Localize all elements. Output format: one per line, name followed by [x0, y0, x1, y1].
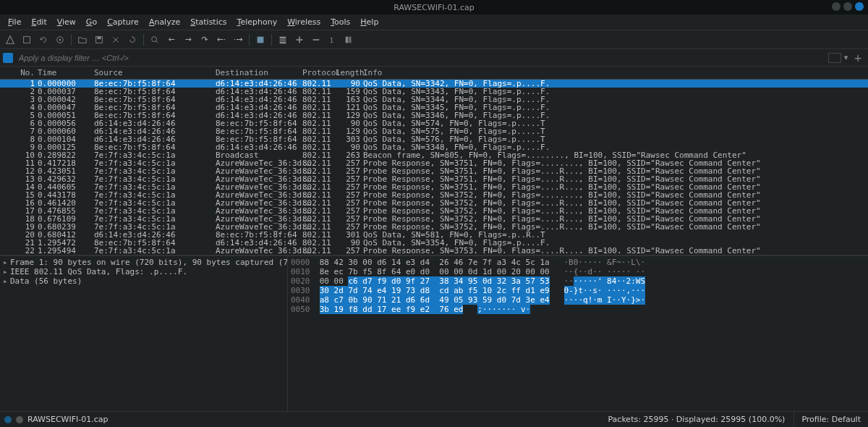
svg-point-2: [59, 38, 61, 41]
menu-go[interactable]: Go: [81, 16, 102, 28]
hex-row[interactable]: 0010 8e ec 7b f5 8f 64 e0 d0 00 00 0d 1d…: [291, 267, 865, 276]
filter-input[interactable]: [16, 52, 828, 64]
status-file: RAWSECWIFI-01.cap: [27, 415, 109, 424]
autoscroll-icon[interactable]: [253, 33, 268, 47]
close-file-icon[interactable]: [109, 33, 123, 47]
window-title: RAWSECWIFI-01.cap: [393, 3, 475, 12]
colorize-icon[interactable]: [276, 33, 290, 47]
column-time[interactable]: Time: [38, 68, 94, 77]
toolbar: ← → ↷ ←· ·→ 1: [0, 30, 868, 49]
details-pane: ▸Frame 1: 90 bytes on wire (720 bits), 9…: [0, 256, 868, 414]
column-protocol[interactable]: Protocol: [302, 68, 336, 77]
table-row[interactable]: 221.2954947e:7f:a3:4c:5c:1aAzureWaveTec_…: [0, 247, 868, 253]
reload-icon[interactable]: [125, 33, 140, 47]
menu-view[interactable]: View: [52, 16, 81, 28]
svg-rect-14: [346, 36, 349, 43]
hex-row[interactable]: 0050 3b 19 f8 dd 17 ee f9 e2 76 ed ;····…: [291, 305, 865, 314]
column-length[interactable]: Length: [336, 68, 363, 77]
bookmark-icon[interactable]: [3, 53, 13, 63]
svg-rect-8: [280, 39, 286, 41]
menu-telephony[interactable]: Telephony: [232, 16, 283, 28]
svg-rect-6: [258, 36, 264, 43]
capture-options-icon[interactable]: [53, 33, 67, 47]
resize-columns-icon[interactable]: [342, 33, 357, 47]
svg-point-5: [152, 36, 157, 41]
find-icon[interactable]: [148, 33, 162, 47]
packet-list: No. Time Source Destination Protocol Len…: [0, 67, 868, 255]
menu-file[interactable]: File: [3, 16, 26, 28]
menu-help[interactable]: Help: [355, 16, 383, 28]
hex-row[interactable]: 0000 88 42 30 00 d6 14 e3 d4 26 46 7e 7f…: [291, 258, 865, 267]
go-to-icon[interactable]: ↷: [197, 33, 212, 47]
zoom-in-icon[interactable]: [292, 33, 307, 47]
hex-row[interactable]: 0040 a8 c7 0b 90 71 21 d6 6d 49 05 93 59…: [291, 295, 865, 305]
zoom-reset-icon[interactable]: 1: [326, 33, 340, 47]
hex-view[interactable]: 0000 88 42 30 00 d6 14 e3 d4 26 46 7e 7f…: [288, 256, 868, 414]
save-file-icon[interactable]: [92, 33, 106, 47]
menu-bar: FileEditViewGoCaptureAnalyzeStatisticsTe…: [0, 14, 868, 30]
svg-rect-12: [313, 39, 320, 41]
zoom-out-icon[interactable]: [309, 33, 323, 47]
separator: [271, 34, 272, 46]
column-destination[interactable]: Destination: [216, 68, 302, 77]
menu-wireless[interactable]: Wireless: [282, 16, 326, 28]
filter-dropdown-icon[interactable]: [828, 53, 841, 63]
packet-list-body[interactable]: 10.0000008e:ec:7b:f5:8f:64d6:14:e3:d4:26…: [0, 80, 868, 253]
menu-analyze[interactable]: Analyze: [144, 16, 185, 28]
status-profile[interactable]: Profile: Default: [793, 412, 868, 427]
chevron-down-icon[interactable]: ▾: [844, 53, 848, 62]
next-packet-icon[interactable]: ·→: [231, 33, 245, 47]
menu-edit[interactable]: Edit: [26, 16, 51, 28]
svg-rect-15: [349, 36, 352, 43]
prev-packet-icon[interactable]: ←·: [214, 33, 229, 47]
filter-bar: ▾ +: [0, 49, 868, 67]
start-capture-icon[interactable]: [3, 33, 17, 47]
stop-capture-icon[interactable]: [20, 33, 34, 47]
open-file-icon[interactable]: [75, 33, 90, 47]
tree-node[interactable]: ▸Data (56 bytes): [3, 276, 284, 286]
svg-rect-11: [299, 36, 300, 43]
svg-rect-7: [280, 36, 286, 38]
hex-row[interactable]: 0030 30 2d 7d 74 e4 19 73 d8 cd ab f5 10…: [291, 286, 865, 295]
status-bar: RAWSECWIFI-01.cap Packets: 25995 · Displ…: [0, 411, 868, 427]
go-back-icon[interactable]: ←: [164, 33, 179, 47]
title-bar: RAWSECWIFI-01.cap: [0, 0, 868, 14]
svg-rect-0: [24, 36, 30, 43]
status-packets: Packets: 25995 · Displayed: 25995 (100.0…: [599, 415, 793, 424]
packet-tree[interactable]: ▸Frame 1: 90 bytes on wire (720 bits), 9…: [0, 256, 288, 414]
separator: [71, 34, 72, 46]
capture-comment-icon[interactable]: [16, 416, 23, 423]
separator: [249, 34, 250, 46]
svg-text:1: 1: [330, 36, 334, 43]
restart-capture-icon[interactable]: [36, 33, 51, 47]
menu-statistics[interactable]: Statistics: [185, 16, 231, 28]
menu-capture[interactable]: Capture: [102, 16, 144, 28]
column-no[interactable]: No.: [0, 68, 38, 77]
tree-node[interactable]: ▸Frame 1: 90 bytes on wire (720 bits), 9…: [3, 258, 284, 267]
window-controls: [832, 2, 864, 11]
expert-info-icon[interactable]: [4, 416, 12, 423]
go-forward-icon[interactable]: →: [181, 33, 195, 47]
column-source[interactable]: Source: [94, 68, 216, 77]
close-icon[interactable]: [855, 2, 864, 11]
add-filter-icon[interactable]: +: [851, 52, 865, 64]
column-info[interactable]: Info: [363, 68, 868, 77]
maximize-icon[interactable]: [843, 2, 852, 11]
svg-rect-4: [97, 36, 101, 39]
hex-row[interactable]: 0020 00 00 c6 d7 f9 d0 9f 27 38 34 95 0d…: [291, 276, 865, 286]
tree-node[interactable]: ▸IEEE 802.11 QoS Data, Flags: .p....F.: [3, 267, 284, 276]
separator: [143, 34, 144, 46]
svg-rect-9: [280, 41, 286, 43]
menu-tools[interactable]: Tools: [326, 16, 355, 28]
packet-list-header[interactable]: No. Time Source Destination Protocol Len…: [0, 67, 868, 80]
minimize-icon[interactable]: [832, 2, 841, 11]
